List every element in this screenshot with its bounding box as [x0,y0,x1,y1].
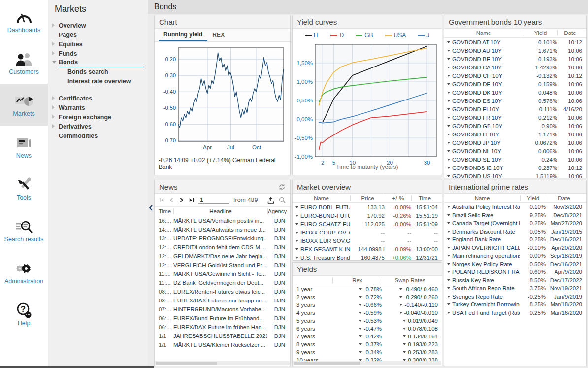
column-header-rex[interactable]: Rex [332,277,382,283]
table-row[interactable]: 8 years-0.37%0.193/0.223 [293,340,442,348]
pager-last-button[interactable] [189,197,194,203]
expand-icon[interactable] [295,223,298,225]
expand-icon[interactable] [447,67,450,68]
news-row[interactable]: 07:...HINTERGRUND/Macrons Vorhabe...DJN [155,305,290,314]
table-row[interactable]: 6 years-0.47%0.078/0.108 [293,325,442,333]
sidebar-item-search-results[interactable]: Search results [0,209,48,251]
table-row[interactable]: GOVBOND FR 10Y0.212%10:06 [444,113,586,122]
column-header-name[interactable]: Name [444,30,523,36]
nav-item-pages[interactable]: Pages [48,30,148,39]
expand-icon[interactable] [447,58,450,60]
expand-icon[interactable] [447,222,450,224]
table-row[interactable]: 4 years-0.59%-0.040/-0.010 [293,309,442,317]
table-row[interactable]: Russia Key Rate8.50%Dec/17/2022 [444,276,586,285]
expand-icon[interactable] [447,214,450,216]
expand-icon[interactable] [447,255,450,257]
scrollbar-thumb[interactable] [294,362,360,365]
table-row[interactable]: GOVBOND GB 10Y0.90%10:06 [444,122,586,130]
expand-icon[interactable] [359,320,362,322]
expand-icon[interactable] [359,343,362,345]
expand-icon[interactable] [447,263,450,265]
table-row[interactable]: 9 years-0.34%0.253/0.283 [293,348,442,356]
expand-icon[interactable] [403,343,406,345]
expand-icon[interactable] [447,303,450,305]
sidebar-item-administration[interactable]: Administration [0,251,48,293]
expand-icon[interactable] [447,231,450,233]
news-row[interactable]: 11:...DZ Bank: Geldvermögen der Deut...D… [155,278,290,287]
sidebar-item-markets[interactable]: Markets [0,84,48,126]
expand-icon[interactable] [403,320,406,322]
expand-icon[interactable] [447,41,450,43]
sidebar-item-news[interactable]: News [0,126,48,167]
export-icon[interactable] [267,197,274,204]
column-header-name[interactable]: Name [293,195,350,201]
table-row[interactable]: GOVBOND CA 10Y1.4293%10:06 [444,63,586,71]
table-row[interactable]: GOVBONDS IE 10Y0.237%10:12 [444,164,586,172]
expand-icon[interactable] [447,159,450,161]
expand-icon[interactable] [399,304,402,306]
expand-icon[interactable] [399,296,402,298]
table-row[interactable]: GOVBOND SE 10Y0.24%10:06 [444,155,586,164]
expand-icon[interactable] [295,240,298,242]
expand-icon[interactable] [447,125,450,127]
column-header-name[interactable]: Name [444,195,520,201]
expand-icon[interactable] [295,248,298,250]
column-header-yield[interactable]: Yield [523,30,557,36]
news-row[interactable]: 06:...EUREX/DAX-Future im frühen Han...D… [155,323,290,332]
table-row[interactable]: Australia Policy Interest Rate0.10%Nov/3… [444,203,586,211]
expand-icon[interactable] [359,328,362,330]
expand-icon[interactable] [359,312,362,314]
expand-icon[interactable] [447,175,450,177]
sidebar-item-tools[interactable]: Tools [0,167,48,209]
nav-item-interest-rate-overview[interactable]: Interest rate overview [48,76,148,86]
table-row[interactable]: GOVBOND ES 10Y0.576%10:06 [444,97,586,105]
table-row[interactable]: South African Repo Rate3.75%Nov/19/2021 [444,284,586,293]
news-row[interactable]: 16:...MÄRKTE USA/Verhalten positiv in...… [155,216,290,225]
nav-item-bonds[interactable]: Bonds [48,58,148,67]
news-row[interactable]: 1/1JAHRESABSCHLUSSTABELLE 2021...DJN [155,332,290,340]
news-row[interactable]: 12:...GELDMARKT/Das neue Jahr begin...DJ… [155,252,290,261]
table-row[interactable]: Sveriges Repo Rate-0.25%Jan/9/2019 [444,293,586,301]
nav-item-overview[interactable]: Overview [48,20,148,30]
tab-rex[interactable]: REX [207,29,229,41]
news-row[interactable]: 14:...MÄRKTE USA/Aufwärts ins neue J...D… [155,225,290,234]
nav-item-funds[interactable]: Funds [48,48,148,58]
table-row[interactable]: GOVBOND JP 10Y0.0672%10:06 [444,138,586,147]
expand-icon[interactable] [295,232,298,234]
news-row[interactable]: 06:...EUREX/Bund-Future im Frühhand...DJ… [155,314,290,323]
expand-icon[interactable] [359,351,362,353]
expand-icon[interactable] [447,83,450,85]
table-row[interactable]: U.S. Treasury Bond160.4375+0.06%12/31/21 [293,253,442,261]
expand-icon[interactable] [399,288,402,290]
news-row[interactable]: 08:...EUREX/DAX-Futures nur knapp un...D… [155,296,290,305]
news-row[interactable]: 11:...MARKT USA/Gewinne in Sicht - Te...… [155,269,290,278]
expand-icon[interactable] [447,50,450,52]
table-row[interactable]: Denmarks Discount Rate0.05%Jan/19/2015 [444,228,586,236]
expand-icon[interactable] [447,167,450,169]
expand-icon[interactable] [447,206,450,208]
expand-icon[interactable] [447,312,450,314]
table-row[interactable]: USA Fed Fund Target (Rate)0.25%Mar/16/20… [444,309,586,317]
table-row[interactable]: EURO-SCHATZ-FUTURE112.025-0.00%15:51:09 [293,220,442,228]
table-row[interactable]: GOVBOND DK 10Y0.048%10:06 [444,88,586,97]
sidebar-item-dashboards[interactable]: Dashboards [0,0,48,42]
column-header-date[interactable]: Date [557,30,586,36]
expand-icon[interactable] [295,215,298,217]
expand-icon[interactable] [447,117,450,119]
expand-icon[interactable] [447,238,450,240]
nav-item-certificates[interactable]: Certificates [48,93,148,102]
nav-item-equities[interactable]: Equities [48,39,148,48]
page-number-input[interactable] [198,196,229,204]
table-row[interactable]: JAPAN OVERNIGHT CALL RATE-0.10%Apr/20/20… [444,244,586,252]
expand-icon[interactable] [447,296,450,298]
expand-icon[interactable] [403,351,406,353]
expand-icon[interactable] [447,150,450,152]
expand-icon[interactable] [447,271,450,273]
table-row[interactable]: GOVBOND IT 10Y1.171%10:06 [444,130,586,138]
expand-icon[interactable] [295,257,298,259]
news-row[interactable]: 12:...CREDIT/London fehlt dem CDS-M...DJ… [155,243,290,252]
table-row[interactable]: 1 year-0.78%-0.490/-0.460 [293,285,442,293]
table-row[interactable]: Brazil Selic Rate9.25%Dec/8/2021 [444,211,586,220]
table-row[interactable]: Norges Key Policy Rate0.50%Dec/16/2021 [444,260,586,268]
table-row[interactable]: 5 years-0.53%0.019/0.049 [293,317,442,325]
